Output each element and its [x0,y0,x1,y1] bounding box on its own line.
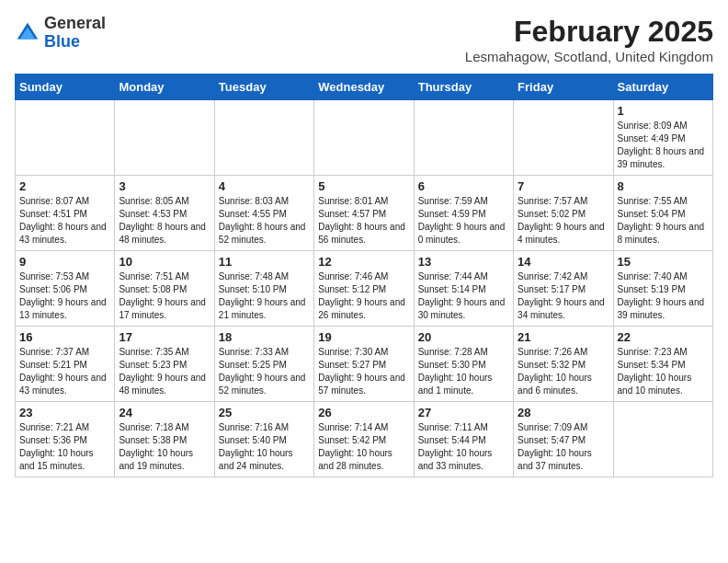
calendar-cell: 6Sunrise: 7:59 AM Sunset: 4:59 PM Daylig… [414,176,513,251]
calendar-cell [414,100,513,176]
day-info: Sunrise: 7:44 AM Sunset: 5:14 PM Dayligh… [418,270,509,322]
calendar-cell [16,100,115,176]
day-info: Sunrise: 7:40 AM Sunset: 5:19 PM Dayligh… [618,270,709,322]
day-number: 16 [19,330,110,344]
calendar-cell: 22Sunrise: 7:23 AM Sunset: 5:34 PM Dayli… [613,327,712,402]
weekday-header: Monday [115,75,214,100]
day-number: 14 [518,255,609,269]
day-info: Sunrise: 7:28 AM Sunset: 5:30 PM Dayligh… [418,346,509,397]
day-info: Sunrise: 8:03 AM Sunset: 4:55 PM Dayligh… [219,195,310,247]
day-number: 1 [618,104,709,118]
day-number: 19 [318,330,409,344]
day-info: Sunrise: 8:09 AM Sunset: 4:49 PM Dayligh… [618,120,709,171]
calendar-cell: 13Sunrise: 7:44 AM Sunset: 5:14 PM Dayli… [414,251,513,327]
day-number: 6 [418,179,509,193]
calendar-cell: 12Sunrise: 7:46 AM Sunset: 5:12 PM Dayli… [314,251,414,327]
day-info: Sunrise: 7:21 AM Sunset: 5:36 PM Dayligh… [19,421,110,473]
day-number: 24 [119,406,210,419]
day-number: 10 [119,255,210,269]
day-info: Sunrise: 8:05 AM Sunset: 4:53 PM Dayligh… [119,195,210,247]
day-info: Sunrise: 7:14 AM Sunset: 5:42 PM Dayligh… [318,421,409,473]
day-info: Sunrise: 7:57 AM Sunset: 5:02 PM Dayligh… [518,195,609,247]
day-number: 26 [318,406,409,419]
calendar-cell: 20Sunrise: 7:28 AM Sunset: 5:30 PM Dayli… [414,327,513,402]
week-row: 9Sunrise: 7:53 AM Sunset: 5:06 PM Daylig… [16,251,713,327]
calendar-cell: 5Sunrise: 8:01 AM Sunset: 4:57 PM Daylig… [314,176,414,251]
calendar-table: SundayMondayTuesdayWednesdayThursdayFrid… [15,74,713,477]
day-info: Sunrise: 7:16 AM Sunset: 5:40 PM Dayligh… [219,421,310,473]
day-info: Sunrise: 8:01 AM Sunset: 4:57 PM Dayligh… [318,195,409,247]
logo-general: General [44,14,106,32]
calendar-cell: 14Sunrise: 7:42 AM Sunset: 5:17 PM Dayli… [514,251,613,327]
week-row: 16Sunrise: 7:37 AM Sunset: 5:21 PM Dayli… [16,327,713,402]
week-row: 2Sunrise: 8:07 AM Sunset: 4:51 PM Daylig… [16,176,713,251]
day-number: 5 [318,179,409,193]
weekday-header-row: SundayMondayTuesdayWednesdayThursdayFrid… [16,75,713,100]
day-number: 21 [518,330,609,344]
day-number: 28 [518,406,609,419]
day-info: Sunrise: 7:55 AM Sunset: 5:04 PM Dayligh… [618,195,709,247]
calendar-cell: 15Sunrise: 7:40 AM Sunset: 5:19 PM Dayli… [613,251,712,327]
day-number: 9 [19,255,110,269]
logo-text: General Blue [44,15,106,52]
day-number: 8 [618,179,709,193]
calendar-cell: 11Sunrise: 7:48 AM Sunset: 5:10 PM Dayli… [214,251,313,327]
day-info: Sunrise: 7:26 AM Sunset: 5:32 PM Dayligh… [518,346,609,397]
day-number: 4 [219,179,310,193]
day-number: 3 [119,179,210,193]
day-info: Sunrise: 7:48 AM Sunset: 5:10 PM Dayligh… [219,270,310,322]
calendar-cell: 16Sunrise: 7:37 AM Sunset: 5:21 PM Dayli… [16,327,115,402]
day-info: Sunrise: 7:11 AM Sunset: 5:44 PM Dayligh… [418,421,509,473]
calendar-cell: 17Sunrise: 7:35 AM Sunset: 5:23 PM Dayli… [115,327,214,402]
week-row: 23Sunrise: 7:21 AM Sunset: 5:36 PM Dayli… [16,402,713,477]
day-info: Sunrise: 7:35 AM Sunset: 5:23 PM Dayligh… [119,346,210,397]
logo-icon [15,20,40,46]
day-info: Sunrise: 7:46 AM Sunset: 5:12 PM Dayligh… [318,270,409,322]
day-number: 17 [119,330,210,344]
calendar-cell [115,100,214,176]
calendar-cell [514,100,613,176]
calendar-cell: 21Sunrise: 7:26 AM Sunset: 5:32 PM Dayli… [514,327,613,402]
calendar-cell: 25Sunrise: 7:16 AM Sunset: 5:40 PM Dayli… [214,402,313,477]
page-header: General Blue February 2025 Lesmahagow, S… [15,15,713,64]
calendar-cell: 2Sunrise: 8:07 AM Sunset: 4:51 PM Daylig… [16,176,115,251]
calendar-cell: 3Sunrise: 8:05 AM Sunset: 4:53 PM Daylig… [115,176,214,251]
weekday-header: Saturday [613,75,712,100]
weekday-header: Tuesday [214,75,313,100]
day-number: 7 [518,179,609,193]
day-number: 25 [219,406,310,419]
day-info: Sunrise: 7:37 AM Sunset: 5:21 PM Dayligh… [19,346,110,397]
month-title: February 2025 [465,15,713,49]
day-number: 2 [19,179,110,193]
day-info: Sunrise: 7:23 AM Sunset: 5:34 PM Dayligh… [618,346,709,397]
weekday-header: Wednesday [314,75,414,100]
calendar-cell [613,402,712,477]
day-number: 27 [418,406,509,419]
calendar-cell: 27Sunrise: 7:11 AM Sunset: 5:44 PM Dayli… [414,402,513,477]
title-block: February 2025 Lesmahagow, Scotland, Unit… [465,15,713,64]
calendar-cell: 8Sunrise: 7:55 AM Sunset: 5:04 PM Daylig… [613,176,712,251]
calendar-cell: 28Sunrise: 7:09 AM Sunset: 5:47 PM Dayli… [514,402,613,477]
day-number: 23 [19,406,110,419]
calendar-cell: 26Sunrise: 7:14 AM Sunset: 5:42 PM Dayli… [314,402,414,477]
day-info: Sunrise: 7:18 AM Sunset: 5:38 PM Dayligh… [119,421,210,473]
weekday-header: Sunday [16,75,115,100]
calendar-cell [314,100,414,176]
calendar-cell: 24Sunrise: 7:18 AM Sunset: 5:38 PM Dayli… [115,402,214,477]
calendar-cell [214,100,313,176]
calendar-cell: 10Sunrise: 7:51 AM Sunset: 5:08 PM Dayli… [115,251,214,327]
location: Lesmahagow, Scotland, United Kingdom [465,49,713,64]
day-info: Sunrise: 7:30 AM Sunset: 5:27 PM Dayligh… [318,346,409,397]
day-number: 20 [418,330,509,344]
day-number: 13 [418,255,509,269]
calendar-cell: 4Sunrise: 8:03 AM Sunset: 4:55 PM Daylig… [214,176,313,251]
day-number: 18 [219,330,310,344]
logo: General Blue [15,15,106,52]
day-info: Sunrise: 7:59 AM Sunset: 4:59 PM Dayligh… [418,195,509,247]
weekday-header: Thursday [414,75,513,100]
day-info: Sunrise: 7:51 AM Sunset: 5:08 PM Dayligh… [119,270,210,322]
calendar-cell: 23Sunrise: 7:21 AM Sunset: 5:36 PM Dayli… [16,402,115,477]
day-info: Sunrise: 7:09 AM Sunset: 5:47 PM Dayligh… [518,421,609,473]
day-info: Sunrise: 7:53 AM Sunset: 5:06 PM Dayligh… [19,270,110,322]
weekday-header: Friday [514,75,613,100]
